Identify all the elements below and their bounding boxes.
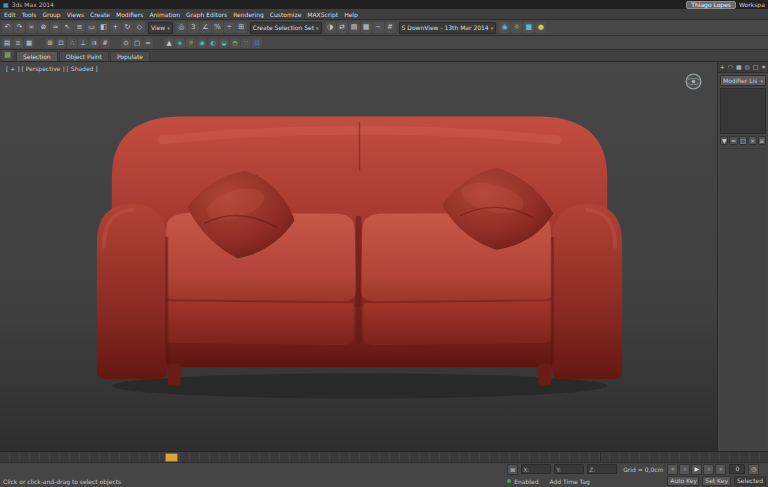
menu-animation[interactable]: Animation bbox=[149, 11, 180, 18]
window-crossing-icon[interactable]: ◧ bbox=[98, 22, 109, 33]
go-to-end-button[interactable]: » bbox=[715, 464, 726, 475]
menu-tools[interactable]: Tools bbox=[22, 11, 37, 18]
make-unique-button[interactable]: □ bbox=[739, 136, 747, 145]
array-tool-icon[interactable]: ⊞ bbox=[45, 38, 55, 48]
set-key-button[interactable]: Set Key bbox=[702, 476, 731, 486]
command-tab-modify-icon[interactable]: ◠ bbox=[726, 62, 734, 72]
spinner-snap-icon[interactable]: ÷ bbox=[224, 22, 235, 33]
clone-align-icon[interactable]: ⇉ bbox=[89, 38, 99, 48]
grid-align-icon[interactable]: # bbox=[100, 38, 110, 48]
menu-edit[interactable]: Edit bbox=[4, 11, 16, 18]
effects-icon[interactable]: ◒ bbox=[219, 38, 229, 48]
selected-filter-combo[interactable]: Selected bbox=[734, 476, 766, 486]
command-tab-utilities-icon[interactable]: ∗ bbox=[760, 62, 768, 72]
render-states-icon[interactable]: ◉ bbox=[197, 38, 207, 48]
menu-views[interactable]: Views bbox=[67, 11, 84, 18]
coord-y-field[interactable]: Y: bbox=[554, 464, 584, 474]
menu-modifiers[interactable]: Modifiers bbox=[116, 11, 143, 18]
orbit-navigation-icon[interactable] bbox=[683, 71, 704, 92]
select-and-rotate-icon[interactable]: ↻ bbox=[122, 22, 133, 33]
select-by-name-icon[interactable]: ≡ bbox=[74, 22, 85, 33]
viewport-label[interactable]: [ + ] [ Perspective ] [ Shaded ] bbox=[6, 65, 98, 72]
coord-x-field[interactable]: X: bbox=[521, 464, 551, 474]
edit-named-sets-icon[interactable]: ⊞ bbox=[236, 22, 247, 33]
pin-stack-button[interactable]: ▼ bbox=[720, 136, 728, 145]
normal-align-icon[interactable]: ⊥ bbox=[78, 38, 88, 48]
remove-modifier-button[interactable]: × bbox=[748, 136, 756, 145]
display-floater-icon[interactable]: ▢ bbox=[132, 38, 142, 48]
sofa-3d-model[interactable] bbox=[0, 62, 717, 451]
select-and-link-icon[interactable]: ∞ bbox=[26, 22, 37, 33]
named-selection-set-combo[interactable]: S DownView - 13th Mar 2014▾ bbox=[399, 22, 497, 34]
light-lister-icon[interactable]: ☼ bbox=[186, 38, 196, 48]
manage-states-icon[interactable]: ≈ bbox=[143, 38, 153, 48]
bind-to-space-warp-icon[interactable]: ≈ bbox=[50, 22, 61, 33]
select-and-move-icon[interactable]: + bbox=[110, 22, 121, 33]
current-frame-field[interactable]: 0 bbox=[729, 464, 745, 474]
degradation-enabled-label[interactable]: Enabled bbox=[514, 478, 538, 485]
create-selection-set-combo[interactable]: Create Selection Set▾ bbox=[250, 22, 322, 34]
material-editor-icon[interactable]: ◉ bbox=[499, 22, 510, 33]
time-slider-track[interactable] bbox=[0, 451, 768, 462]
particle-view-icon[interactable]: ∵ bbox=[241, 38, 251, 48]
render-setup-icon[interactable]: ☼ bbox=[511, 22, 522, 33]
state-sets-icon[interactable]: ⊟ bbox=[252, 38, 262, 48]
curve-editor-icon[interactable]: ~ bbox=[373, 22, 384, 33]
scene-explorer-icon[interactable]: ▤ bbox=[2, 38, 12, 48]
schematic-view-icon[interactable]: # bbox=[385, 22, 396, 33]
ribbon-modeling-icon[interactable]: ▩ bbox=[2, 50, 13, 61]
previous-frame-button[interactable]: ‹ bbox=[679, 464, 690, 475]
go-to-start-button[interactable]: « bbox=[667, 464, 678, 475]
toggle-ribbon-icon[interactable]: ▦ bbox=[24, 38, 34, 48]
configure-modifier-button[interactable]: ≡ bbox=[758, 136, 766, 145]
angle-snap-icon[interactable]: ∠ bbox=[200, 22, 211, 33]
ribbon-tab-object-paint[interactable]: Object Paint bbox=[59, 51, 109, 61]
unlink-selection-icon[interactable]: ⊗ bbox=[38, 22, 49, 33]
rectangular-selection-icon[interactable]: ▭ bbox=[86, 22, 97, 33]
snapshot-icon[interactable]: ⊡ bbox=[56, 38, 66, 48]
workspace-label[interactable]: Workspaces bbox=[739, 1, 765, 8]
isolate-selection-icon[interactable]: ⊙ bbox=[121, 38, 131, 48]
spacing-tool-icon[interactable]: ∴ bbox=[67, 38, 77, 48]
show-end-result-button[interactable]: = bbox=[729, 136, 737, 145]
selection-lock-icon[interactable]: ⊠ bbox=[507, 464, 518, 475]
render-production-icon[interactable]: ● bbox=[535, 22, 546, 33]
menu-help[interactable]: Help bbox=[344, 11, 358, 18]
menu-group[interactable]: Group bbox=[42, 11, 60, 18]
select-object-icon[interactable]: ↖ bbox=[62, 22, 73, 33]
menu-maxscript[interactable]: MAXScript bbox=[307, 11, 338, 18]
menu-customize[interactable]: Customize bbox=[270, 11, 302, 18]
menu-rendering[interactable]: Rendering bbox=[233, 11, 264, 18]
menu-create[interactable]: Create bbox=[90, 11, 110, 18]
select-and-scale-icon[interactable]: ◇ bbox=[134, 22, 145, 33]
add-time-tag-button[interactable]: Add Time Tag bbox=[549, 478, 589, 485]
command-tab-create-icon[interactable]: + bbox=[718, 62, 726, 72]
layer-manager-icon[interactable]: ▤ bbox=[349, 22, 360, 33]
percent-snap-icon[interactable]: % bbox=[212, 22, 223, 33]
mirror-icon[interactable]: ◑ bbox=[325, 22, 336, 33]
modifier-list-dropdown[interactable]: Modifier List ▾ bbox=[720, 75, 766, 86]
graphite-toggle-icon[interactable]: ▦ bbox=[361, 22, 372, 33]
command-tab-hierarchy-icon[interactable]: ▦ bbox=[735, 62, 743, 72]
auto-key-button[interactable]: Auto Key bbox=[667, 476, 699, 486]
viewport-canvas-icon[interactable]: ▲ bbox=[164, 38, 174, 48]
time-configuration-icon[interactable]: ◷ bbox=[748, 464, 759, 475]
ribbon-tab-selection[interactable]: Selection bbox=[16, 51, 58, 61]
rendered-frame-icon[interactable]: ■ bbox=[523, 22, 534, 33]
modifier-stack[interactable] bbox=[720, 88, 766, 134]
ribbon-tab-populate[interactable]: Populate bbox=[110, 51, 150, 61]
command-tab-display-icon[interactable]: ▢ bbox=[751, 62, 759, 72]
undo-icon[interactable]: ↶ bbox=[2, 22, 13, 33]
align-icon[interactable]: ⇄ bbox=[337, 22, 348, 33]
environment-icon[interactable]: ◐ bbox=[208, 38, 218, 48]
layer-explorer-icon[interactable]: ≡ bbox=[13, 38, 23, 48]
video-post-icon[interactable]: ◓ bbox=[230, 38, 240, 48]
snap-toggle-icon[interactable]: 3 bbox=[188, 22, 199, 33]
perspective-viewport[interactable]: [ + ] [ Perspective ] [ Shaded ] bbox=[0, 62, 717, 451]
play-button[interactable]: ▶ bbox=[691, 464, 702, 475]
time-slider-handle[interactable] bbox=[165, 453, 178, 462]
command-tab-motion-icon[interactable]: ◎ bbox=[743, 62, 751, 72]
app-logo-icon[interactable]: ▦ bbox=[3, 0, 9, 9]
reference-coordsys-combo[interactable]: View▾ bbox=[148, 22, 173, 34]
use-pivot-center-icon[interactable]: ◎ bbox=[176, 22, 187, 33]
